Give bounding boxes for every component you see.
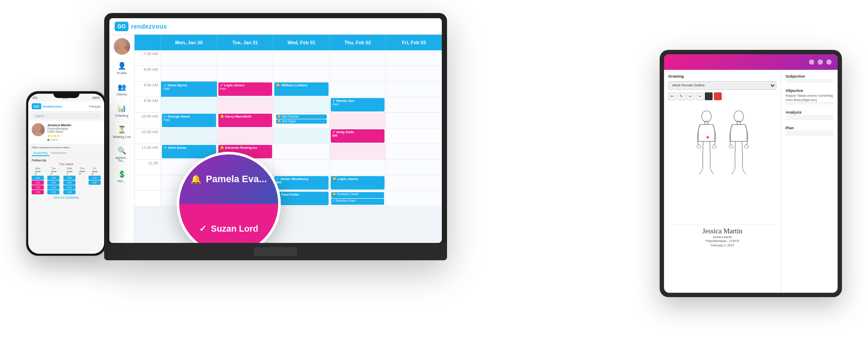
phone-insurance-text: Offers real-time insurance claims [28,145,104,150]
sidebar-item-label-profile: Profile [117,71,127,75]
svg-point-3 [116,48,128,55]
color-tool-red[interactable] [714,92,722,100]
phone-rating: ★★★★☆ [47,134,101,138]
phone-slot[interactable]: 1:00 [63,190,76,194]
phone-tabs: Availability Information [28,150,104,157]
cal-row-900: 9:00 AM ✓ Kiera Byrne Paid ✓ Layla James [135,82,442,97]
phone-search-bar[interactable]: search [32,113,101,119]
cal-cell[interactable]: ✓ George Davis Paid [161,113,217,128]
phone-tab-information[interactable]: Information [49,151,68,156]
soap-plan: Plan [786,126,833,135]
phone-slot[interactable]: 1:00 [32,185,44,190]
soap-line [786,134,833,134]
undo-tool-btn[interactable]: ↩ [687,92,694,100]
soap-objective-text: Regular Tibialis anterior Something mino… [786,94,833,102]
phone-slot[interactable]: 5:00 [47,180,59,185]
soap-analysis-lines [786,115,833,120]
cal-time-pm2 [135,191,161,206]
soap-line [786,132,833,133]
redo-tool-btn[interactable]: ↪ [696,92,704,100]
pen-tool-btn[interactable]: ✎ [677,92,685,100]
sidebar-item-profile[interactable]: 👤 Profile [111,58,133,78]
cal-cell[interactable]: 🔔 Kimberly Clarke ✓ Brendan Grant [329,191,386,206]
soap-subjective: Subjective [786,74,833,82]
body-outline-select[interactable]: Adult Female Outline [668,81,776,90]
profile-icon: 👤 [117,61,127,70]
soap-subjective-lines [786,79,833,82]
phone-slot[interactable]: 5:00 [63,185,76,190]
check-icon: ✓ [199,223,207,234]
cal-time-col-header [135,35,161,50]
cal-cell [385,50,442,65]
cal-cell[interactable]: ✓ Johan Woodbury $95 [273,175,329,190]
phone-profile-section: Jessica Martin Physiotherapist Clinic Mo… [28,121,104,144]
cal-cell [161,50,217,65]
phone-language-toggle[interactable]: Français [89,105,101,108]
app-logo-icon: GO [115,22,128,31]
phone-slot[interactable]: 2:00 [89,180,101,185]
soap-objective: Objective Regular Tibialis anterior Some… [786,88,833,104]
cal-cell [329,113,386,128]
phone-profile-clinic: Clinic Move [47,130,101,133]
phone-slot[interactable]: 5:00 [47,185,59,190]
popup-name2: Suzan Lord [211,224,258,234]
phone-view-all-button[interactable]: View All Availability [28,194,104,201]
soap-line [786,117,833,117]
app-logo: GO rendezvous [115,22,167,31]
body-diagram[interactable] [668,103,776,224]
phone-day-date-wed: June7 [66,170,72,175]
cal-day-fri: Fri, Feb 03 [385,35,442,50]
cal-cell[interactable]: 🔔 William Leblanc [273,82,329,97]
phone-slot[interactable]: 9:00 [63,176,76,180]
sidebar-item-waiting-list[interactable]: ⏳ Waiting List [111,122,133,141]
tablet-control-dot-1[interactable] [809,59,814,65]
tablet-control-dot-3[interactable] [826,59,832,65]
sidebar-item-label-waiting: Waiting List [113,135,131,139]
soap-line [786,102,833,103]
cal-cell [329,82,386,97]
cal-cell [329,160,386,175]
color-tool-black[interactable] [705,92,713,100]
soap-line [786,131,833,131]
sidebar-item-appointments[interactable]: 🔍 Appoint...Fin... [111,143,133,165]
phone-slot[interactable]: 9:00 [63,180,76,185]
popup-name1: Pamela Eva... [206,174,267,185]
phone-slot[interactable]: 1:00 [47,190,59,194]
cal-cell [161,97,217,112]
cal-day-mon: Mon, Jan 30 [161,35,217,50]
svg-point-1 [34,131,43,136]
phone-slot[interactable]: 2:00 [32,176,44,180]
phone-online-badge: Online [47,138,101,141]
cal-cell [329,50,386,65]
svg-point-7 [712,145,716,148]
cal-cell [217,50,273,65]
sidebar-item-billing[interactable]: 💲 Rec... [111,167,133,185]
phone-slot[interactable]: 2:00 [89,176,101,180]
sidebar-item-charting[interactable]: 📊 Charting [111,101,133,120]
cal-cell[interactable]: ✓ Holly Dalle $95 [329,128,386,144]
phone-slot[interactable]: 3:00 [32,180,44,185]
cal-cell [385,66,442,81]
cal-cell[interactable]: 🔔 Layla James [329,175,386,190]
bell-icon: 🔔 [191,174,201,184]
phone-tab-availability[interactable]: Availability [32,151,49,156]
popup-bottom-event[interactable]: ✓ Suzan Lord [179,204,278,243]
cal-cell [385,160,442,175]
phone-slot[interactable]: 1:00 [32,190,44,194]
cal-row-930: 9:30 AM ✓ Randa Sue Paid [135,97,442,113]
tablet-control-dot-2[interactable] [818,59,823,65]
cal-cell[interactable]: ✓ Layla James Paid [217,82,273,97]
cal-cell[interactable]: ✓ Randa Sue Paid [329,97,386,112]
cal-cell[interactable]: 🔔 Elle Padeski 🔔 Erik Taylor [273,113,329,128]
cal-cell[interactable]: ✓ Kiera Byrne Paid [161,82,217,97]
phone-slot[interactable]: 9:00 [47,176,59,180]
pencil-tool-btn[interactable]: ✏ [668,92,676,100]
sidebar-item-clients[interactable]: 👥 Clients [111,79,133,99]
phone-online-dot [47,139,49,141]
laptop-screen: GO rendezvous 👤 Profile [109,18,442,243]
signature-cursive: Jessica Martin [668,227,776,235]
phone-week-title: This Week [32,163,101,166]
cal-cell[interactable]: 🔔 Paul Fuller [273,191,329,206]
cal-cell [273,97,329,112]
cal-cell[interactable]: 🔔 Harry Mansfield [217,113,273,128]
